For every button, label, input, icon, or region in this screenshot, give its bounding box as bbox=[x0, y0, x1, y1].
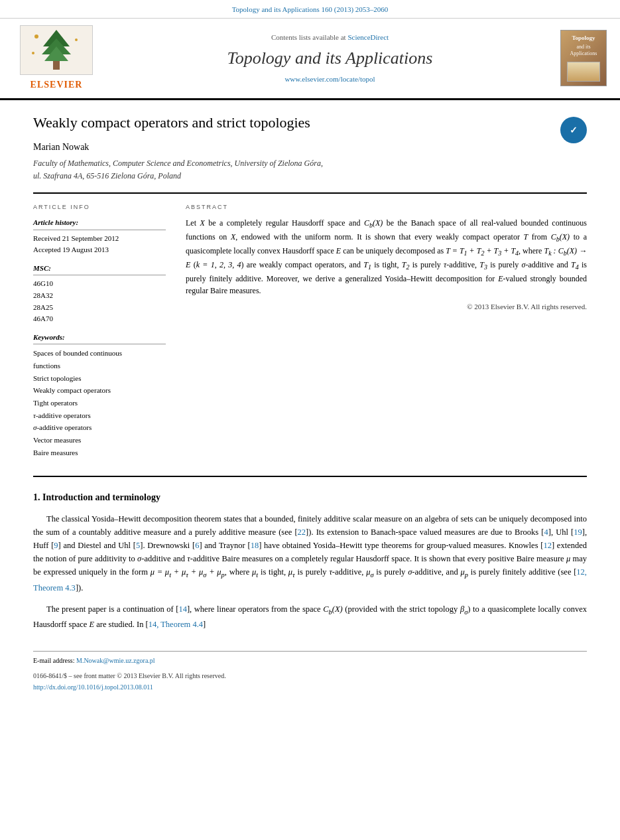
keyword-7: σ-additive operators bbox=[33, 421, 166, 434]
keyword-1: Spaces of bounded continuous bbox=[33, 347, 166, 360]
elsevier-brand-text: ELSEVIER bbox=[31, 78, 83, 92]
crossmark-badge[interactable]: ✓ bbox=[560, 117, 587, 143]
abstract-label: ABSTRACT bbox=[186, 203, 587, 212]
title-divider bbox=[33, 192, 587, 194]
body-section: 1. Introduction and terminology The clas… bbox=[33, 490, 587, 630]
journal-header: ELSEVIER Contents lists available at Sci… bbox=[0, 19, 620, 100]
keyword-4: Weakly compact operators bbox=[33, 384, 166, 397]
journal-title-text: Topology and its Applications bbox=[113, 45, 547, 71]
article-info-label: ARTICLE INFO bbox=[33, 203, 166, 212]
footer: E-mail address: M.Nowak@wmie.uz.zgora.pl… bbox=[33, 651, 587, 692]
ref-6-link[interactable]: 6 bbox=[195, 541, 199, 550]
svg-rect-1 bbox=[53, 60, 60, 70]
keyword-8: Vector measures bbox=[33, 434, 166, 447]
abstract-copyright: © 2013 Elsevier B.V. All rights reserved… bbox=[186, 301, 587, 313]
body-paragraph-1: The classical Yosida–Hewitt decompositio… bbox=[33, 512, 587, 594]
msc-codes: 46G10 28A32 28A25 46A70 bbox=[33, 278, 166, 324]
svg-text:✓: ✓ bbox=[570, 125, 578, 135]
abstract-text: Let X be a completely regular Hausdorff … bbox=[186, 217, 587, 297]
abstract-column: ABSTRACT Let X be a completely regular H… bbox=[186, 203, 587, 466]
received-date: Received 21 September 2012 bbox=[33, 233, 166, 245]
page: Topology and its Applications 160 (2013)… bbox=[0, 0, 620, 840]
email-link[interactable]: M.Nowak@wmie.uz.zgora.pl bbox=[76, 657, 155, 664]
article-history-title: Article history: bbox=[33, 217, 166, 230]
elsevier-logo: ELSEVIER bbox=[13, 25, 99, 92]
svg-point-5 bbox=[34, 35, 38, 38]
accepted-date: Accepted 19 August 2013 bbox=[33, 244, 166, 256]
contents-label: Contents lists available at bbox=[271, 33, 346, 41]
section-divider bbox=[33, 476, 587, 477]
journal-reference-bar: Topology and its Applications 160 (2013)… bbox=[0, 0, 620, 19]
title-block: Weakly compact operators and strict topo… bbox=[33, 113, 323, 183]
email-label: E-mail address: bbox=[33, 657, 74, 664]
article-history-group: Article history: Received 21 September 2… bbox=[33, 217, 166, 256]
msc-code-2: 28A32 bbox=[33, 290, 166, 302]
article-title: Weakly compact operators and strict topo… bbox=[33, 113, 323, 133]
ref-14-link[interactable]: 14 bbox=[178, 604, 187, 614]
footer-email-line: E-mail address: M.Nowak@wmie.uz.zgora.pl bbox=[33, 656, 587, 665]
ref-12-thm-link[interactable]: 12, Theorem 4.3 bbox=[33, 567, 587, 592]
journal-url: www.elsevier.com/locate/topol bbox=[113, 74, 547, 85]
elsevier-tree-icon bbox=[23, 27, 90, 73]
msc-code-3: 28A25 bbox=[33, 302, 166, 314]
journal-reference-text: Topology and its Applications 160 (2013)… bbox=[232, 5, 389, 13]
keywords-title: Keywords: bbox=[33, 332, 166, 345]
ref-22-link[interactable]: 22 bbox=[298, 527, 306, 537]
ref-9-link[interactable]: 9 bbox=[54, 541, 58, 550]
keyword-9: Baire measures bbox=[33, 447, 166, 459]
doi-link[interactable]: http://dx.doi.org/10.1016/j.topol.2013.0… bbox=[33, 683, 153, 691]
msc-code-4: 46A70 bbox=[33, 313, 166, 325]
ref-14-thm44-link[interactable]: 14, Theorem 4.4 bbox=[149, 620, 203, 629]
body-paragraph-2: The present paper is a continuation of [… bbox=[33, 602, 587, 631]
main-content: Weakly compact operators and strict topo… bbox=[0, 100, 620, 705]
svg-point-6 bbox=[75, 38, 78, 41]
ref-5-link[interactable]: 5 bbox=[136, 541, 140, 550]
keywords-group: Keywords: Spaces of bounded continuous f… bbox=[33, 332, 166, 459]
msc-title: MSC: bbox=[33, 263, 166, 276]
keyword-3: Strict topologies bbox=[33, 372, 166, 385]
keyword-6: τ-additive operators bbox=[33, 409, 166, 422]
keyword-2: functions bbox=[33, 360, 166, 372]
ref-4-link[interactable]: 4 bbox=[544, 527, 548, 537]
journal-center-info: Contents lists available at ScienceDirec… bbox=[113, 32, 547, 85]
contents-line: Contents lists available at ScienceDirec… bbox=[113, 32, 547, 43]
title-crossmark-row: Weakly compact operators and strict topo… bbox=[33, 113, 587, 183]
journal-url-link[interactable]: www.elsevier.com/locate/topol bbox=[284, 75, 375, 83]
msc-code-1: 46G10 bbox=[33, 278, 166, 290]
affiliation-line2: ul. Szafrana 4A, 65-516 Zielona Góra, Po… bbox=[33, 171, 323, 182]
journal-cover-thumbnail: Topology and its Applications bbox=[560, 30, 607, 86]
article-info-column: ARTICLE INFO Article history: Received 2… bbox=[33, 203, 166, 466]
crossmark-icon: ✓ bbox=[564, 121, 583, 139]
footer-copyright: 0166-8641/$ – see front matter © 2013 El… bbox=[33, 671, 587, 681]
journal-cover-inner: Topology and its Applications bbox=[564, 32, 603, 84]
ref-19-link[interactable]: 19 bbox=[574, 527, 582, 537]
sciencedirect-link[interactable]: ScienceDirect bbox=[347, 33, 389, 41]
section1-heading: 1. Introduction and terminology bbox=[33, 490, 587, 504]
keywords-list: Spaces of bounded continuous functions S… bbox=[33, 347, 166, 458]
keyword-5: Tight operators bbox=[33, 397, 166, 409]
logo-image bbox=[20, 25, 93, 75]
msc-group: MSC: 46G10 28A32 28A25 46A70 bbox=[33, 263, 166, 325]
ref-12-link[interactable]: 12 bbox=[543, 541, 552, 550]
ref-18-link[interactable]: 18 bbox=[251, 541, 259, 550]
affiliation-line1: Faculty of Mathematics, Computer Science… bbox=[33, 158, 323, 169]
info-abstract-section: ARTICLE INFO Article history: Received 2… bbox=[33, 203, 587, 466]
footer-doi: http://dx.doi.org/10.1016/j.topol.2013.0… bbox=[33, 682, 587, 692]
svg-point-7 bbox=[32, 52, 34, 54]
author-name: Marian Nowak bbox=[33, 140, 323, 154]
